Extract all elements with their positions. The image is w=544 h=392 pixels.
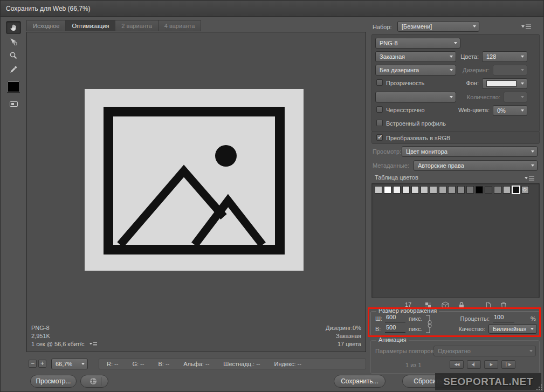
percent-label: Проценты: [450, 315, 490, 322]
color-swatch[interactable] [384, 186, 391, 194]
preset-select[interactable]: [Безимени] [397, 21, 479, 32]
status-bar: − + 66,7% R: -- G: -- B: -- Альфа: -- Ше… [26, 358, 366, 370]
preview-canvas[interactable]: PNG-8 2,951K 1 сек @ 56,6 кбит/с Дизерин… [26, 32, 366, 352]
tab-2up[interactable]: 2 варианта [115, 20, 158, 31]
color-swatch[interactable] [466, 186, 474, 194]
color-swatch[interactable] [421, 186, 428, 194]
height-input[interactable]: 500 [385, 324, 405, 333]
previous-frame-button[interactable]: ◀▏ [467, 360, 481, 369]
file-format-select[interactable]: PNG-8 [375, 38, 460, 49]
color-swatch[interactable] [448, 186, 456, 194]
color-swatch[interactable] [494, 186, 501, 194]
preview-in-browser-button[interactable]: Просмотр... [30, 375, 77, 388]
color-swatch[interactable] [375, 186, 382, 194]
matte-color-select[interactable] [482, 78, 527, 89]
width-unit: пикс. [409, 315, 423, 322]
loop-options-label: Параметры повторов: [375, 348, 436, 355]
tab-original[interactable]: Исходное [26, 20, 65, 31]
slice-select-tool[interactable] [6, 35, 21, 48]
color-swatch[interactable] [439, 186, 446, 194]
amount-label: Количество: [445, 94, 500, 101]
tab-optimized[interactable]: Оптимизация [65, 20, 115, 31]
toggle-slices-visibility-button[interactable] [6, 98, 21, 111]
save-for-web-dialog: Сохранить для Web (66,7%) Исходное [0, 0, 544, 392]
color-swatch[interactable] [476, 186, 483, 194]
width-input[interactable]: 600 [385, 314, 405, 322]
dialog-titlebar[interactable]: Сохранить для Web (66,7%) [1, 1, 543, 17]
eyedropper-color-swatch[interactable] [8, 81, 19, 92]
preview-tabs: Исходное Оптимизация 2 варианта 4 вариан… [26, 20, 201, 31]
new-color-icon[interactable] [484, 301, 493, 310]
chevron-down-icon [531, 150, 534, 153]
preview-mode-select[interactable]: Цвет монитора [402, 146, 538, 157]
preview-info-menu-icon[interactable] [89, 342, 97, 347]
matte-label: Фон: [431, 80, 479, 87]
web-shift-icon[interactable] [440, 301, 450, 310]
file-format-readout: PNG-8 [31, 324, 97, 332]
readout-alpha: Альфа: -- [183, 361, 209, 367]
first-frame-button[interactable]: ◀◀ [450, 360, 464, 369]
zoom-in-button[interactable]: + [38, 360, 46, 368]
width-label: Ш: [375, 315, 382, 322]
preview-image [85, 89, 304, 271]
readout-b: B: -- [158, 361, 169, 367]
download-time-readout: 1 сек @ 56,6 кбит/с [31, 341, 84, 347]
websnap-select[interactable]: 0% [493, 105, 527, 116]
color-swatch[interactable] [503, 186, 511, 194]
eyedropper-tool[interactable] [6, 63, 21, 76]
browser-select-button[interactable] [80, 375, 108, 388]
preview-in-browser-icon [89, 377, 98, 386]
color-table [371, 183, 540, 298]
loop-options-select: Однократно [433, 346, 536, 356]
percent-unit: % [531, 315, 536, 322]
convert-srgb-checkbox[interactable] [376, 134, 383, 141]
zoom-icon [9, 51, 18, 60]
color-swatch[interactable] [411, 186, 419, 194]
quality-select[interactable]: Билинейная [488, 324, 537, 334]
color-swatch[interactable] [393, 186, 401, 194]
preset-panel-menu-icon[interactable] [521, 24, 531, 30]
zoom-level-select[interactable]: 66,7% [51, 359, 88, 369]
color-swatch[interactable] [430, 186, 437, 194]
chevron-down-icon [521, 82, 524, 85]
zoom-tool[interactable] [6, 49, 21, 62]
transparency-checkbox[interactable] [376, 79, 383, 86]
metadata-label: Метаданные: [373, 162, 409, 169]
dither-amount-select [493, 65, 527, 75]
percent-input[interactable]: 100 [493, 314, 514, 322]
eyedropper-icon [9, 65, 18, 74]
delete-color-icon[interactable] [499, 301, 508, 310]
amount-select [504, 92, 527, 102]
resize-grip[interactable] [536, 384, 542, 390]
palette-readout: Заказная [326, 332, 361, 340]
color-swatch[interactable] [512, 186, 520, 194]
save-button[interactable]: Сохранить... [334, 375, 385, 388]
lock-color-icon[interactable] [457, 301, 466, 310]
play-button[interactable]: ▶ [484, 360, 498, 369]
chevron-down-icon [81, 363, 85, 365]
animation-title: Анимация [376, 336, 409, 343]
constrain-proportions-link-icon[interactable] [425, 314, 433, 334]
tab-4up[interactable]: 4 варианта [158, 20, 202, 31]
hand-tool[interactable] [6, 21, 21, 34]
embed-profile-checkbox[interactable] [376, 120, 383, 126]
zoom-out-button[interactable]: − [29, 360, 37, 368]
color-table-menu-icon[interactable] [525, 175, 534, 181]
color-swatch[interactable] [402, 186, 410, 194]
height-label: В: [375, 326, 381, 333]
color-swatch[interactable] [457, 186, 465, 194]
websnap-label: Web-цвета: [436, 107, 490, 114]
interlaced-label: Чересстрочно [386, 107, 425, 114]
color-swatch[interactable] [485, 186, 492, 194]
colors-count-readout: 17 цвета [326, 340, 361, 348]
chevron-down-icon [521, 109, 524, 112]
interlaced-checkbox[interactable] [376, 106, 383, 113]
color-swatch[interactable] [521, 186, 529, 194]
transparency-dither-select[interactable] [375, 92, 456, 102]
slices-visibility-icon [9, 100, 18, 108]
readout-hex: Шестнадц.: -- [223, 361, 260, 367]
colors-count-select[interactable]: 128 [482, 51, 527, 62]
next-frame-button[interactable]: ▏▶ [501, 360, 515, 369]
metadata-select[interactable]: Авторские права [414, 160, 538, 171]
chevron-down-icon [529, 350, 533, 352]
